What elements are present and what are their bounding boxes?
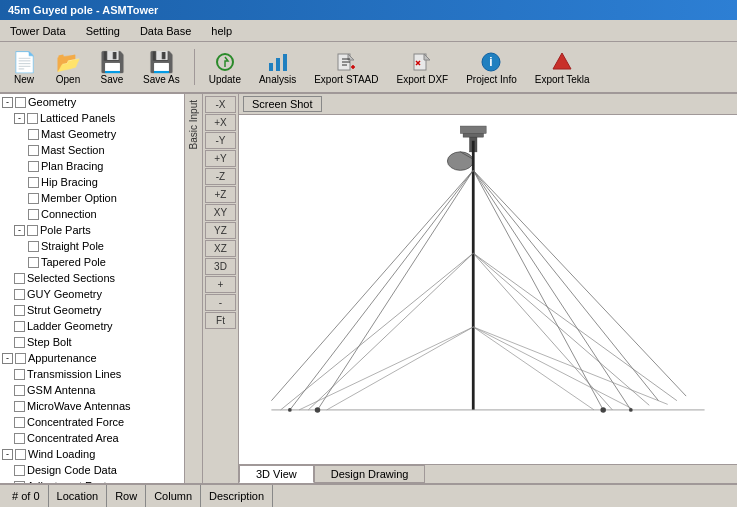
view-xz[interactable]: XZ: [205, 240, 236, 257]
expand-geometry[interactable]: -: [2, 97, 13, 108]
tree-item-concentrated-force[interactable]: Concentrated Force: [0, 414, 184, 430]
open-button[interactable]: 📂 Open: [48, 47, 88, 88]
view-zoom-out[interactable]: -: [205, 294, 236, 311]
check-gsm-antenna[interactable]: [14, 385, 25, 396]
view-yz[interactable]: YZ: [205, 222, 236, 239]
menu-database[interactable]: Data Base: [130, 23, 201, 39]
tree-item-concentrated-area[interactable]: Concentrated Area: [0, 430, 184, 446]
svg-point-35: [600, 407, 606, 413]
update-button[interactable]: Update: [202, 47, 248, 88]
check-plan-bracing[interactable]: [28, 161, 39, 172]
left-panel: - Geometry - Latticed Panels Mast Geomet…: [0, 94, 185, 483]
analysis-button[interactable]: Analysis: [252, 47, 303, 88]
check-concentrated-area[interactable]: [14, 433, 25, 444]
check-transmission-lines[interactable]: [14, 369, 25, 380]
menu-tower-data[interactable]: Tower Data: [0, 23, 76, 39]
tree-item-mast-geometry[interactable]: Mast Geometry: [0, 126, 184, 142]
check-microwave-antennas[interactable]: [14, 401, 25, 412]
project-info-button[interactable]: i Project Info: [459, 47, 524, 88]
status-row: Row: [107, 485, 146, 507]
tree-item-pole-parts[interactable]: - Pole Parts: [0, 222, 184, 238]
tree-item-gsm-antenna[interactable]: GSM Antenna: [0, 382, 184, 398]
check-latticed-panels[interactable]: [27, 113, 38, 124]
view-zoom-in[interactable]: +: [205, 276, 236, 293]
check-design-code-data[interactable]: [14, 465, 25, 476]
title-text: 45m Guyed pole - ASMTower: [8, 4, 158, 16]
tab-design-drawing[interactable]: Design Drawing: [314, 465, 426, 483]
check-tapered-pole[interactable]: [28, 257, 39, 268]
export-staad-button[interactable]: Export STAAD: [307, 47, 385, 88]
svg-rect-12: [460, 126, 486, 133]
tree-item-plan-bracing[interactable]: Plan Bracing: [0, 158, 184, 174]
analysis-icon: [267, 50, 289, 74]
tree-item-straight-pole[interactable]: Straight Pole: [0, 238, 184, 254]
tree-item-member-option[interactable]: Member Option: [0, 190, 184, 206]
tree-item-strut-geometry[interactable]: Strut Geometry: [0, 302, 184, 318]
check-geometry[interactable]: [15, 97, 26, 108]
view-ft[interactable]: Ft: [205, 312, 236, 329]
tree-item-wind-loading[interactable]: - Wind Loading: [0, 446, 184, 462]
view-pos-x[interactable]: +X: [205, 114, 236, 131]
view-controls: -X +X -Y +Y -Z +Z XY YZ XZ 3D + - Ft: [203, 94, 239, 483]
view-neg-x[interactable]: -X: [205, 96, 236, 113]
tree-item-appurtenance[interactable]: - Appurtenance: [0, 350, 184, 366]
project-info-icon: i: [480, 50, 502, 74]
view-neg-z[interactable]: -Z: [205, 168, 236, 185]
menu-help[interactable]: help: [201, 23, 242, 39]
tree-item-ladder-geometry[interactable]: Ladder Geometry: [0, 318, 184, 334]
tree-item-selected-sections[interactable]: Selected Sections: [0, 270, 184, 286]
check-guy-geometry[interactable]: [14, 289, 25, 300]
screenshot-button[interactable]: Screen Shot: [243, 96, 322, 112]
tree-item-mast-section[interactable]: Mast Section: [0, 142, 184, 158]
tree-item-tapered-pole[interactable]: Tapered Pole: [0, 254, 184, 270]
check-appurtenance[interactable]: [15, 353, 26, 364]
tree-item-hip-bracing[interactable]: Hip Bracing: [0, 174, 184, 190]
view-xy[interactable]: XY: [205, 204, 236, 221]
expand-wind-loading[interactable]: -: [2, 449, 13, 460]
expand-pole-parts[interactable]: -: [14, 225, 25, 236]
view-pos-y[interactable]: +Y: [205, 150, 236, 167]
check-strut-geometry[interactable]: [14, 305, 25, 316]
save-button[interactable]: 💾 Save: [92, 47, 132, 88]
menu-setting[interactable]: Setting: [76, 23, 130, 39]
save-as-button[interactable]: 💾 Save As: [136, 47, 187, 88]
export-dxf-button[interactable]: Export DXF: [389, 47, 455, 88]
check-pole-parts[interactable]: [27, 225, 38, 236]
check-hip-bracing[interactable]: [28, 177, 39, 188]
check-mast-section[interactable]: [28, 145, 39, 156]
svg-point-36: [288, 408, 292, 412]
tree-item-design-code-data[interactable]: Design Code Data: [0, 462, 184, 478]
check-wind-loading[interactable]: [15, 449, 26, 460]
status-description: Description: [201, 485, 273, 507]
check-connection[interactable]: [28, 209, 39, 220]
check-ladder-geometry[interactable]: [14, 321, 25, 332]
expand-appurtenance[interactable]: -: [2, 353, 13, 364]
check-adjustment-factors[interactable]: [14, 481, 25, 484]
title-bar: 45m Guyed pole - ASMTower: [0, 0, 737, 20]
view-pos-z[interactable]: +Z: [205, 186, 236, 203]
tree-item-adjustment-factors[interactable]: Adjustment Factors: [0, 478, 184, 483]
check-straight-pole[interactable]: [28, 241, 39, 252]
v-sidebar: Basic Input: [185, 94, 203, 483]
view-3d[interactable]: 3D: [205, 258, 236, 275]
check-step-bolt[interactable]: [14, 337, 25, 348]
tab-3d-view[interactable]: 3D View: [239, 465, 314, 483]
open-icon: 📂: [56, 50, 81, 74]
check-selected-sections[interactable]: [14, 273, 25, 284]
tree-item-latticed-panels[interactable]: - Latticed Panels: [0, 110, 184, 126]
view-neg-y[interactable]: -Y: [205, 132, 236, 149]
tree-item-step-bolt[interactable]: Step Bolt: [0, 334, 184, 350]
tree-item-microwave-antennas[interactable]: MicroWave Antennas: [0, 398, 184, 414]
new-button[interactable]: 📄 New: [4, 47, 44, 88]
check-member-option[interactable]: [28, 193, 39, 204]
tree-item-connection[interactable]: Connection: [0, 206, 184, 222]
export-tekla-button[interactable]: Export Tekla: [528, 47, 597, 88]
tree-item-transmission-lines[interactable]: Transmission Lines: [0, 366, 184, 382]
update-icon: [214, 50, 236, 74]
check-mast-geometry[interactable]: [28, 129, 39, 140]
check-concentrated-force[interactable]: [14, 417, 25, 428]
tree-item-guy-geometry[interactable]: GUY Geometry: [0, 286, 184, 302]
tree-item-geometry[interactable]: - Geometry: [0, 94, 184, 110]
main-area: - Geometry - Latticed Panels Mast Geomet…: [0, 94, 737, 483]
expand-latticed-panels[interactable]: -: [14, 113, 25, 124]
